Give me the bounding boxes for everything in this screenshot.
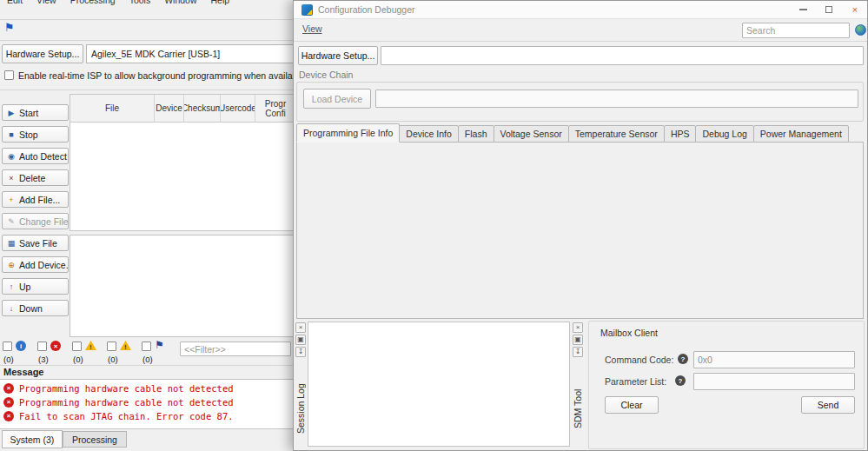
parameter-list-input[interactable]	[693, 373, 855, 390]
message-list[interactable]: × Programming hardware cable not detecte…	[0, 379, 295, 429]
add-file-button[interactable]: + Add File...	[2, 191, 69, 208]
hardware-combo[interactable]: Agilex_5E MDK Carrier [USB-1]	[86, 44, 295, 63]
tab-device-info[interactable]: Device Info	[399, 125, 459, 143]
message-row[interactable]: × Fail to scan JTAG chain. Error code 87…	[3, 409, 234, 422]
add-device-icon: ⊕	[7, 261, 16, 269]
info-icon[interactable]: i	[16, 341, 26, 351]
message-row[interactable]: × Programming hardware cable not detecte…	[3, 381, 234, 395]
add-device-label: Add Device...	[19, 260, 69, 270]
save-file-button[interactable]: ▦ Save File	[2, 235, 69, 251]
critical-warning-filter-checkbox[interactable]	[107, 342, 116, 351]
add-file-label: Add File...	[19, 195, 60, 205]
message-row[interactable]: × Programming hardware cable not detecte…	[3, 395, 234, 408]
globe-icon[interactable]	[855, 24, 866, 36]
flag-filter-checkbox[interactable]	[142, 342, 151, 351]
menu-view[interactable]: View	[36, 0, 56, 5]
maximize-button[interactable]	[817, 1, 841, 18]
column-device[interactable]: Device	[155, 95, 184, 122]
tab-debug-log[interactable]: Debug Log	[695, 125, 753, 143]
message-filter-input[interactable]	[180, 342, 291, 356]
menu-processing[interactable]: Processing	[70, 0, 116, 5]
window-title: Configuration Debugger	[318, 4, 415, 15]
menu-tools[interactable]: Tools	[129, 0, 151, 5]
add-device-button[interactable]: ⊕ Add Device...	[2, 256, 69, 273]
error-icon: ×	[3, 383, 14, 394]
column-file[interactable]: File	[70, 95, 155, 122]
warning-filter-checkbox[interactable]	[72, 342, 82, 351]
sdm-tool-float-icon[interactable]: ▣	[573, 335, 583, 345]
session-log-tab[interactable]: Session Log	[295, 369, 306, 448]
session-log-close-icon[interactable]: ×	[295, 322, 306, 333]
hardware-setup-button[interactable]: Hardware Setup...	[298, 46, 378, 65]
menu-edit[interactable]: Edit	[7, 0, 23, 5]
tab-bar: Programming File Info Device Info Flash …	[296, 123, 848, 143]
info-count: (0)	[3, 355, 14, 364]
send-button[interactable]: Send	[801, 396, 855, 414]
tab-processing[interactable]: Processing	[63, 431, 127, 448]
hardware-setup-button[interactable]: Hardware Setup...	[2, 44, 83, 63]
device-chain-input[interactable]	[375, 90, 858, 108]
isp-checkbox-label: Enable real-time ISP to allow background…	[18, 70, 294, 81]
flag-icon[interactable]: ⚑	[4, 21, 15, 34]
tab-hps[interactable]: HPS	[664, 125, 697, 143]
stop-button[interactable]: ■ Stop	[2, 126, 69, 143]
session-log-pin-icon[interactable]: ↧	[295, 347, 306, 357]
error-count: (3)	[38, 355, 49, 364]
divider	[294, 41, 867, 42]
app-icon	[301, 4, 313, 16]
start-button[interactable]: ▶ Start	[2, 104, 69, 121]
critical-warning-icon[interactable]: !	[120, 341, 131, 350]
start-label: Start	[19, 108, 38, 118]
filter-group-flag: ⚑ (0)	[142, 341, 175, 365]
command-code-label: Command Code:	[605, 355, 673, 365]
menu-bar: Edit View Processing Tools Window Help	[0, 0, 295, 6]
sdm-tool-close-icon[interactable]: ×	[573, 322, 583, 333]
file-table-body[interactable]	[70, 123, 295, 230]
search-input[interactable]	[742, 23, 850, 38]
tab-temperature-sensor[interactable]: Temperature Sensor	[568, 125, 665, 143]
menu-view[interactable]: View	[302, 23, 322, 34]
device-chain-panel[interactable]	[70, 235, 295, 337]
auto-detect-button[interactable]: ◉ Auto Detect	[2, 148, 69, 164]
up-button[interactable]: ↑ Up	[2, 278, 69, 295]
minimize-button[interactable]	[791, 1, 815, 18]
message-text: Programming hardware cable not detected	[19, 383, 234, 394]
parameter-list-help-icon[interactable]: ?	[675, 375, 686, 386]
command-code-input[interactable]	[693, 351, 855, 368]
sdm-tool-tab[interactable]: SDM Tool	[572, 369, 583, 448]
close-button[interactable]: ×	[843, 1, 867, 18]
tab-flash[interactable]: Flash	[458, 125, 494, 143]
error-icon: ×	[3, 411, 14, 421]
command-code-help-icon[interactable]: ?	[678, 354, 688, 364]
tab-programming-file-info[interactable]: Programming File Info	[296, 123, 400, 143]
info-filter-checkbox[interactable]	[3, 342, 12, 351]
hardware-combo-value: Agilex_5E MDK Carrier [USB-1]	[91, 49, 220, 59]
minimize-icon	[799, 9, 807, 10]
column-usercode[interactable]: Usercode	[221, 95, 255, 122]
tab-power-management[interactable]: Power Management	[753, 125, 849, 143]
session-log-panel[interactable]	[308, 322, 570, 447]
column-checksum[interactable]: Checksum	[184, 95, 221, 122]
error-filter-checkbox[interactable]	[37, 342, 47, 351]
divider	[0, 19, 295, 20]
hardware-input[interactable]	[381, 46, 864, 65]
configuration-debugger-window: Configuration Debugger × View Hardware S…	[293, 0, 868, 451]
session-log-float-icon[interactable]: ▣	[295, 335, 306, 345]
clear-button[interactable]: Clear	[605, 396, 659, 414]
column-program-configure[interactable]: Progr Confi	[255, 95, 295, 122]
tab-system[interactable]: System (3)	[2, 430, 63, 448]
delete-button[interactable]: × Delete	[2, 169, 69, 186]
warning-icon[interactable]: !	[85, 341, 96, 350]
error-icon: ×	[3, 397, 14, 408]
menu-help[interactable]: Help	[211, 0, 230, 5]
tab-voltage-sensor[interactable]: Voltage Sensor	[494, 125, 569, 143]
down-button[interactable]: ↓ Down	[2, 300, 69, 316]
menu-window[interactable]: Window	[164, 0, 196, 5]
change-file-button[interactable]: ✎ Change File...	[2, 213, 69, 229]
load-device-button[interactable]: Load Device	[303, 89, 371, 109]
sdm-tool-pin-icon[interactable]: ↧	[573, 347, 583, 357]
error-icon[interactable]: ×	[50, 341, 61, 351]
isp-checkbox[interactable]	[4, 70, 14, 80]
flag-filter-icon[interactable]: ⚑	[155, 339, 164, 351]
title-bar[interactable]: Configuration Debugger ×	[294, 1, 867, 19]
